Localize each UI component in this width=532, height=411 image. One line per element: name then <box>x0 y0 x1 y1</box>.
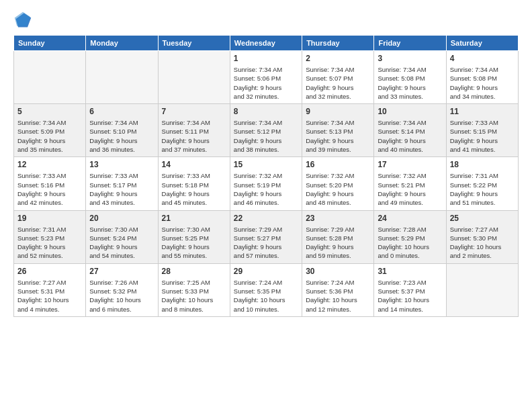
calendar-cell: 11Sunrise: 7:33 AMSunset: 5:15 PMDayligh… <box>446 104 518 157</box>
logo <box>13 11 35 30</box>
calendar-cell: 26Sunrise: 7:27 AMSunset: 5:31 PMDayligh… <box>14 263 86 316</box>
day-number: 26 <box>17 267 82 276</box>
day-info: Sunrise: 7:34 AMSunset: 5:08 PMDaylight:… <box>378 65 442 101</box>
day-info: Sunrise: 7:24 AMSunset: 5:35 PMDaylight:… <box>234 278 298 314</box>
calendar-cell: 15Sunrise: 7:32 AMSunset: 5:19 PMDayligh… <box>230 157 302 210</box>
day-info: Sunrise: 7:34 AMSunset: 5:11 PMDaylight:… <box>162 118 226 154</box>
day-info: Sunrise: 7:31 AMSunset: 5:23 PMDaylight:… <box>17 225 82 261</box>
day-number: 24 <box>378 214 442 223</box>
week-row-3: 12Sunrise: 7:33 AMSunset: 5:16 PMDayligh… <box>14 157 519 210</box>
weekday-header-sunday: Sunday <box>14 36 86 51</box>
day-number: 25 <box>450 214 515 223</box>
weekday-header-wednesday: Wednesday <box>230 36 302 51</box>
calendar-cell: 4Sunrise: 7:34 AMSunset: 5:08 PMDaylight… <box>446 51 518 104</box>
weekday-header-row: SundayMondayTuesdayWednesdayThursdayFrid… <box>14 36 519 51</box>
calendar-cell: 5Sunrise: 7:34 AMSunset: 5:09 PMDaylight… <box>14 104 86 157</box>
day-number: 20 <box>89 214 154 223</box>
day-info: Sunrise: 7:30 AMSunset: 5:24 PMDaylight:… <box>89 225 154 261</box>
calendar-cell: 24Sunrise: 7:28 AMSunset: 5:29 PMDayligh… <box>374 210 446 263</box>
day-info: Sunrise: 7:24 AMSunset: 5:36 PMDaylight:… <box>306 278 370 314</box>
calendar-cell: 21Sunrise: 7:30 AMSunset: 5:25 PMDayligh… <box>158 210 230 263</box>
day-number: 18 <box>450 160 515 169</box>
day-info: Sunrise: 7:34 AMSunset: 5:09 PMDaylight:… <box>17 118 82 154</box>
day-info: Sunrise: 7:25 AMSunset: 5:33 PMDaylight:… <box>162 278 226 314</box>
day-number: 2 <box>306 54 370 63</box>
day-number: 6 <box>89 107 154 116</box>
day-info: Sunrise: 7:30 AMSunset: 5:25 PMDaylight:… <box>162 225 226 261</box>
day-number: 7 <box>162 107 226 116</box>
day-info: Sunrise: 7:33 AMSunset: 5:17 PMDaylight:… <box>89 171 154 207</box>
day-info: Sunrise: 7:31 AMSunset: 5:22 PMDaylight:… <box>450 171 515 207</box>
day-number: 29 <box>234 267 298 276</box>
calendar-cell: 13Sunrise: 7:33 AMSunset: 5:17 PMDayligh… <box>86 157 158 210</box>
day-number: 11 <box>450 107 515 116</box>
day-number: 12 <box>17 160 82 169</box>
weekday-header-saturday: Saturday <box>446 36 518 51</box>
day-number: 9 <box>306 107 370 116</box>
day-number: 10 <box>378 107 442 116</box>
calendar-cell: 6Sunrise: 7:34 AMSunset: 5:10 PMDaylight… <box>86 104 158 157</box>
calendar-cell: 29Sunrise: 7:24 AMSunset: 5:35 PMDayligh… <box>230 263 302 316</box>
weekday-header-friday: Friday <box>374 36 446 51</box>
day-number: 1 <box>234 54 298 63</box>
calendar-cell: 19Sunrise: 7:31 AMSunset: 5:23 PMDayligh… <box>14 210 86 263</box>
calendar-cell: 30Sunrise: 7:24 AMSunset: 5:36 PMDayligh… <box>302 263 374 316</box>
day-number: 22 <box>234 214 298 223</box>
calendar-cell: 12Sunrise: 7:33 AMSunset: 5:16 PMDayligh… <box>14 157 86 210</box>
calendar-cell: 7Sunrise: 7:34 AMSunset: 5:11 PMDaylight… <box>158 104 230 157</box>
day-info: Sunrise: 7:33 AMSunset: 5:15 PMDaylight:… <box>450 118 515 154</box>
day-number: 23 <box>306 214 370 223</box>
calendar-cell: 3Sunrise: 7:34 AMSunset: 5:08 PMDaylight… <box>374 51 446 104</box>
day-number: 13 <box>89 160 154 169</box>
calendar-cell <box>446 263 518 316</box>
day-number: 28 <box>162 267 226 276</box>
day-info: Sunrise: 7:29 AMSunset: 5:27 PMDaylight:… <box>234 225 298 261</box>
calendar-cell: 14Sunrise: 7:33 AMSunset: 5:18 PMDayligh… <box>158 157 230 210</box>
calendar-cell: 16Sunrise: 7:32 AMSunset: 5:20 PMDayligh… <box>302 157 374 210</box>
week-row-4: 19Sunrise: 7:31 AMSunset: 5:23 PMDayligh… <box>14 210 519 263</box>
day-info: Sunrise: 7:34 AMSunset: 5:13 PMDaylight:… <box>306 118 370 154</box>
day-info: Sunrise: 7:28 AMSunset: 5:29 PMDaylight:… <box>378 225 442 261</box>
day-number: 14 <box>162 160 226 169</box>
calendar-cell: 31Sunrise: 7:23 AMSunset: 5:37 PMDayligh… <box>374 263 446 316</box>
week-row-5: 26Sunrise: 7:27 AMSunset: 5:31 PMDayligh… <box>14 263 519 316</box>
day-number: 16 <box>306 160 370 169</box>
day-info: Sunrise: 7:34 AMSunset: 5:07 PMDaylight:… <box>306 65 370 101</box>
day-number: 30 <box>306 267 370 276</box>
page: SundayMondayTuesdayWednesdayThursdayFrid… <box>0 0 532 411</box>
day-number: 3 <box>378 54 442 63</box>
day-number: 4 <box>450 54 515 63</box>
day-info: Sunrise: 7:34 AMSunset: 5:10 PMDaylight:… <box>89 118 154 154</box>
weekday-header-monday: Monday <box>86 36 158 51</box>
day-number: 17 <box>378 160 442 169</box>
calendar-cell <box>86 51 158 104</box>
day-number: 27 <box>89 267 154 276</box>
logo-icon <box>13 11 32 30</box>
day-number: 21 <box>162 214 226 223</box>
calendar-cell: 17Sunrise: 7:32 AMSunset: 5:21 PMDayligh… <box>374 157 446 210</box>
day-info: Sunrise: 7:23 AMSunset: 5:37 PMDaylight:… <box>378 278 442 314</box>
weekday-header-tuesday: Tuesday <box>158 36 230 51</box>
day-info: Sunrise: 7:32 AMSunset: 5:20 PMDaylight:… <box>306 171 370 207</box>
day-info: Sunrise: 7:34 AMSunset: 5:12 PMDaylight:… <box>234 118 298 154</box>
calendar-cell <box>14 51 86 104</box>
calendar-cell: 2Sunrise: 7:34 AMSunset: 5:07 PMDaylight… <box>302 51 374 104</box>
day-info: Sunrise: 7:26 AMSunset: 5:32 PMDaylight:… <box>89 278 154 314</box>
day-info: Sunrise: 7:33 AMSunset: 5:18 PMDaylight:… <box>162 171 226 207</box>
calendar-cell: 28Sunrise: 7:25 AMSunset: 5:33 PMDayligh… <box>158 263 230 316</box>
calendar-cell: 22Sunrise: 7:29 AMSunset: 5:27 PMDayligh… <box>230 210 302 263</box>
day-info: Sunrise: 7:34 AMSunset: 5:08 PMDaylight:… <box>450 65 515 101</box>
calendar-cell: 10Sunrise: 7:34 AMSunset: 5:14 PMDayligh… <box>374 104 446 157</box>
calendar-cell: 9Sunrise: 7:34 AMSunset: 5:13 PMDaylight… <box>302 104 374 157</box>
day-info: Sunrise: 7:27 AMSunset: 5:31 PMDaylight:… <box>17 278 82 314</box>
calendar-cell: 8Sunrise: 7:34 AMSunset: 5:12 PMDaylight… <box>230 104 302 157</box>
day-number: 5 <box>17 107 82 116</box>
calendar-cell: 18Sunrise: 7:31 AMSunset: 5:22 PMDayligh… <box>446 157 518 210</box>
day-number: 19 <box>17 214 82 223</box>
day-info: Sunrise: 7:34 AMSunset: 5:14 PMDaylight:… <box>378 118 442 154</box>
week-row-1: 1Sunrise: 7:34 AMSunset: 5:06 PMDaylight… <box>14 51 519 104</box>
calendar-cell: 27Sunrise: 7:26 AMSunset: 5:32 PMDayligh… <box>86 263 158 316</box>
day-info: Sunrise: 7:29 AMSunset: 5:28 PMDaylight:… <box>306 225 370 261</box>
calendar-cell <box>158 51 230 104</box>
day-info: Sunrise: 7:32 AMSunset: 5:21 PMDaylight:… <box>378 171 442 207</box>
